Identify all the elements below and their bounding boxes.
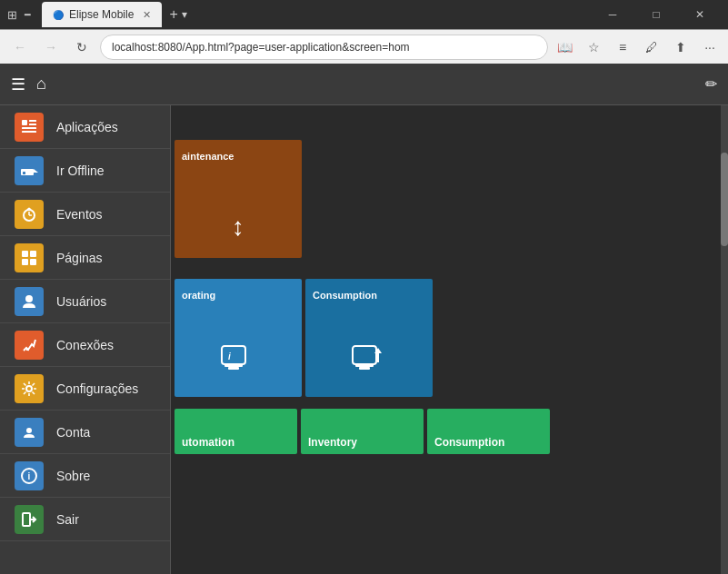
svg-rect-30 — [359, 367, 370, 370]
eventos-icon — [15, 200, 44, 229]
window-controls: ─ □ ✕ — [592, 0, 721, 29]
orating-icon: i — [220, 342, 256, 381]
configuracoes-icon — [15, 374, 44, 403]
sidebar-item-usuarios[interactable]: Usuários — [0, 280, 170, 323]
minimize-button[interactable]: ─ — [592, 0, 633, 29]
sidebar-label-sobre: Sobre — [56, 469, 90, 483]
sidebar-label-configuracoes: Configurações — [56, 381, 138, 396]
close-button[interactable]: ✕ — [679, 0, 721, 29]
svg-text:i: i — [228, 351, 231, 361]
ir-offline-icon — [15, 156, 44, 185]
tile-row-1: aintenance ↕ — [171, 140, 728, 258]
svg-point-17 — [25, 295, 33, 302]
browser-menu-icon: ━ — [25, 9, 31, 21]
conexoes-icon — [15, 331, 44, 360]
sobre-icon: i — [15, 461, 44, 490]
svg-marker-6 — [34, 169, 38, 173]
inventory-tile[interactable]: Inventory — [301, 409, 424, 454]
paginas-icon — [15, 243, 44, 272]
sidebar-item-sobre[interactable]: i Sobre — [0, 454, 170, 498]
svg-rect-25 — [224, 364, 243, 367]
back-button[interactable]: ← — [7, 35, 33, 60]
toolbar-left: ☰ ⌂ — [11, 74, 46, 94]
browser-icon: ⊞ — [7, 8, 17, 22]
svg-rect-15 — [22, 259, 28, 265]
content-area: aintenance ↕ orating i — [171, 105, 728, 574]
main-layout: Aplicações Ir Offline — [0, 105, 728, 574]
scrollbar-thumb[interactable] — [721, 153, 728, 246]
menu-icon[interactable]: ≡ — [612, 36, 633, 58]
svg-rect-14 — [30, 251, 36, 257]
tab-favicon: 🔵 — [53, 10, 64, 20]
hamburger-menu-button[interactable]: ☰ — [11, 74, 25, 94]
row2-spacer — [436, 279, 724, 397]
svg-rect-0 — [22, 120, 27, 125]
svg-rect-2 — [29, 124, 36, 125]
sidebar-item-conta[interactable]: Conta — [0, 411, 170, 454]
nav-icons: 📖 ☆ ≡ 🖊 ⬆ ··· — [553, 36, 721, 58]
svg-point-20 — [26, 428, 32, 433]
maximize-button[interactable]: □ — [635, 0, 677, 29]
orating-tile[interactable]: orating i — [175, 279, 302, 397]
scrollbar[interactable] — [721, 105, 728, 574]
consumption2-tile[interactable]: Consumption — [427, 409, 550, 454]
address-text: localhost:8080/App.html?page=user-applic… — [112, 41, 536, 54]
svg-point-19 — [26, 386, 32, 391]
sidebar-item-ir-offline[interactable]: Ir Offline — [0, 149, 170, 193]
sidebar-label-usuarios: Usuários — [56, 294, 106, 309]
edit-button[interactable]: ✏ — [705, 75, 717, 93]
sidebar-item-eventos[interactable]: Eventos — [0, 193, 170, 236]
sidebar-item-paginas[interactable]: Páginas — [0, 236, 170, 280]
sidebar: Aplicações Ir Offline — [0, 105, 171, 574]
sidebar-label-sair: Sair — [56, 512, 79, 527]
sidebar-item-sair[interactable]: Sair — [0, 498, 170, 541]
tab-dropdown-button[interactable]: ▾ — [182, 8, 187, 21]
refresh-button[interactable]: ↻ — [69, 35, 95, 60]
navigation-bar: ← → ↻ localhost:8080/App.html?page=user-… — [0, 29, 728, 64]
tab-close-button[interactable]: ✕ — [143, 9, 151, 21]
usuarios-icon — [15, 287, 44, 316]
sidebar-item-conexoes[interactable]: Conexões — [0, 323, 170, 367]
svg-rect-26 — [228, 367, 239, 370]
svg-text:i: i — [28, 471, 31, 481]
automation-label: utomation — [182, 436, 234, 449]
maintenance-tile[interactable]: aintenance ↕ — [175, 140, 302, 258]
svg-rect-13 — [22, 251, 28, 257]
more-icon[interactable]: ··· — [699, 36, 721, 58]
consumption-tile[interactable]: Consumption — [305, 279, 433, 397]
svg-rect-18 — [26, 349, 29, 351]
aplicacoes-icon — [15, 113, 44, 142]
tab-title: Elipse Mobile — [69, 8, 134, 21]
title-bar: ⊞ ━ 🔵 Elipse Mobile ✕ + ▾ ─ □ ✕ — [0, 0, 728, 29]
reader-mode-icon[interactable]: 📖 — [553, 36, 575, 58]
svg-rect-23 — [23, 513, 30, 526]
sidebar-item-aplicacoes[interactable]: Aplicações — [0, 105, 170, 149]
maintenance-label: aintenance — [182, 147, 234, 162]
automation-tile[interactable]: utomation — [175, 409, 297, 454]
pen-icon[interactable]: 🖊 — [641, 36, 663, 58]
tile-row-3: utomation Inventory Consumption — [171, 409, 728, 454]
svg-rect-28 — [353, 346, 376, 364]
conta-icon — [15, 418, 44, 447]
svg-rect-7 — [23, 172, 25, 174]
address-bar[interactable]: localhost:8080/App.html?page=user-applic… — [100, 35, 548, 60]
sidebar-label-paginas: Páginas — [56, 251, 103, 265]
top-spacer — [171, 105, 728, 140]
svg-rect-1 — [29, 120, 36, 122]
home-button[interactable]: ⌂ — [36, 74, 46, 94]
sidebar-item-configuracoes[interactable]: Configurações — [0, 367, 170, 411]
share-icon[interactable]: ⬆ — [670, 36, 692, 58]
forward-button[interactable]: → — [38, 35, 64, 60]
new-tab-button[interactable]: + — [169, 6, 177, 23]
sidebar-label-eventos: Eventos — [56, 207, 103, 222]
svg-rect-24 — [222, 346, 245, 364]
consumption-label: Consumption — [313, 286, 377, 301]
active-tab[interactable]: 🔵 Elipse Mobile ✕ — [42, 2, 162, 27]
sidebar-label-ir-offline: Ir Offline — [56, 163, 105, 178]
orating-label: orating — [182, 286, 215, 301]
sidebar-label-conta: Conta — [56, 425, 90, 440]
sidebar-label-conexoes: Conexões — [56, 338, 114, 352]
maintenance-icon: ↕ — [232, 213, 244, 242]
favorites-icon[interactable]: ☆ — [583, 36, 604, 58]
consumption2-label: Consumption — [434, 436, 504, 449]
